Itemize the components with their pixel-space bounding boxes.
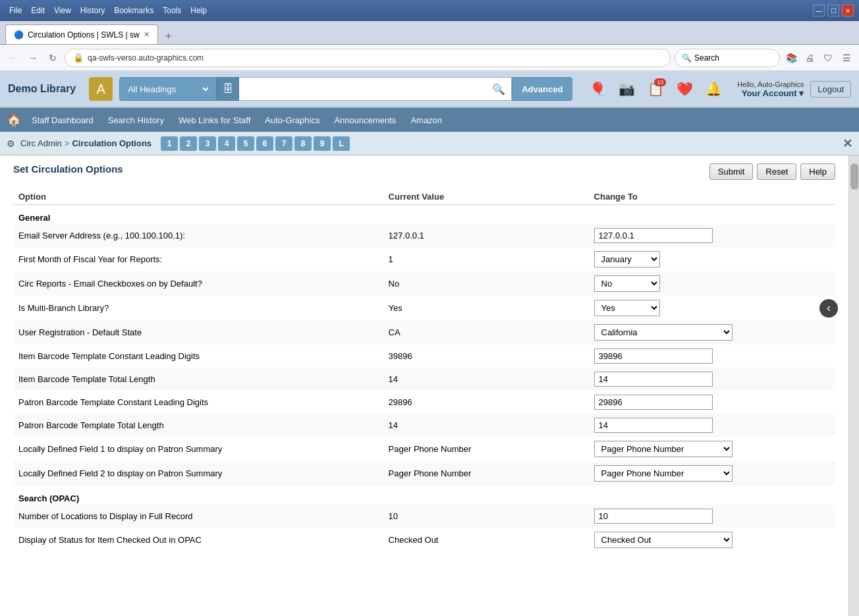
nav-item-amazon[interactable]: Amazon xyxy=(404,113,449,128)
page-tab-3[interactable]: 3 xyxy=(199,136,216,151)
current-value: 127.0.0.1 xyxy=(383,224,589,247)
table-row: Patron Barcode Template Constant Leading… xyxy=(13,391,835,414)
page-tab-9[interactable]: 9 xyxy=(314,136,331,151)
page-tab-5[interactable]: 5 xyxy=(237,136,254,151)
search-button[interactable]: 🔍 xyxy=(485,77,512,101)
change-select[interactable]: Pager Phone NumberField 1Field 2Field 3 xyxy=(594,441,733,457)
menu-item-bookmarks[interactable]: Bookmarks xyxy=(110,5,157,16)
change-input[interactable] xyxy=(594,349,713,364)
search-input[interactable] xyxy=(239,77,485,101)
menu-item-file[interactable]: File xyxy=(5,5,26,16)
logout-button[interactable]: Logout xyxy=(810,81,851,98)
menu-item-view[interactable]: View xyxy=(50,5,75,16)
change-to-cell: Checked OutOn LoanNot AvailableUnavailab… xyxy=(589,528,835,552)
change-input[interactable] xyxy=(594,418,713,433)
collapse-sidebar-btn[interactable]: ‹ xyxy=(819,299,838,318)
close-btn[interactable]: ✕ xyxy=(842,5,854,16)
help-button[interactable]: Help xyxy=(800,163,835,180)
page-tab-4[interactable]: 4 xyxy=(218,136,235,151)
address-icons: 📚 🖨 🛡 ☰ xyxy=(784,51,854,65)
nav-item-search-history[interactable]: Search History xyxy=(101,113,171,128)
account-area: Hello, Auto-Graphics Your Account ▾ xyxy=(737,80,804,98)
submit-button[interactable]: Submit xyxy=(709,163,753,180)
browser-menu[interactable]: FileEditViewHistoryBookmarksToolsHelp xyxy=(5,5,211,16)
menu-item-help[interactable]: Help xyxy=(186,5,211,16)
nav-item-web-links-for-staff[interactable]: Web Links for Staff xyxy=(172,113,257,128)
back-btn[interactable]: ← xyxy=(5,50,21,66)
home-icon[interactable]: 🏠 xyxy=(7,113,21,127)
your-account-link[interactable]: Your Account ▾ xyxy=(737,88,804,98)
nav-item-announcements[interactable]: Announcements xyxy=(327,113,402,128)
db-icon[interactable]: 🗄 xyxy=(217,77,239,101)
breadcrumb-bar: ⚙ Circ Admin > Circulation Options 12345… xyxy=(0,132,859,155)
page-tab-6[interactable]: 6 xyxy=(256,136,273,151)
browser-search-bar[interactable]: 🔍 Search xyxy=(675,49,780,67)
maximize-btn[interactable]: ☐ xyxy=(827,5,839,16)
change-select[interactable]: Pager Phone NumberField 1Field 2Field 3 xyxy=(594,465,733,482)
breadcrumb-icon: ⚙ xyxy=(7,138,15,149)
print-icon[interactable]: 🖨 xyxy=(802,51,817,65)
url-bar[interactable]: 🔒 qa-swls-verso.auto-graphics.com xyxy=(65,49,671,67)
menu-item-tools[interactable]: Tools xyxy=(159,5,185,16)
page-tab-L[interactable]: L xyxy=(333,136,350,151)
page-tab-2[interactable]: 2 xyxy=(180,136,197,151)
change-input[interactable] xyxy=(594,372,713,387)
options-table: Option Current Value Change To GeneralEm… xyxy=(13,189,835,552)
browser-tab[interactable]: 🔵 Circulation Options | SWLS | sw ✕ xyxy=(5,24,158,44)
option-label: Is Multi-Branch Library? xyxy=(13,296,383,320)
change-input[interactable] xyxy=(594,395,713,410)
change-to-cell: NoYes xyxy=(589,271,835,296)
table-row: Item Barcode Template Constant Leading D… xyxy=(13,345,835,368)
search-icon: 🔍 xyxy=(682,53,692,63)
ext-icon[interactable]: 🛡 xyxy=(821,51,835,65)
advanced-button[interactable]: Advanced xyxy=(512,77,572,101)
change-to-cell: JanuaryFebruaryMarchAprilMayJuneJulyAugu… xyxy=(589,247,835,271)
list-icon[interactable]: 📋 10 xyxy=(644,77,667,101)
nav-item-auto-graphics[interactable]: Auto-Graphics xyxy=(258,113,326,128)
change-to-cell: CaliforniaAlabamaAlaskaArizonaArkansasCo… xyxy=(589,320,835,345)
current-value: No xyxy=(383,271,589,296)
breadcrumb-parent[interactable]: Circ Admin xyxy=(20,138,62,148)
change-select[interactable]: Checked OutOn LoanNot AvailableUnavailab… xyxy=(594,532,733,548)
pocket-icon[interactable]: 📚 xyxy=(784,51,798,65)
menu-item-edit[interactable]: Edit xyxy=(27,5,49,16)
refresh-btn[interactable]: ↻ xyxy=(45,50,61,66)
browser-search-label: Search xyxy=(694,53,719,63)
table-header-row: Option Current Value Change To xyxy=(13,189,835,205)
balloon-icon[interactable]: 🎈 xyxy=(586,77,609,101)
change-select[interactable]: YesNo xyxy=(594,300,660,316)
lock-icon: 🔒 xyxy=(73,53,84,63)
current-value: 10 xyxy=(383,505,589,528)
scrollbar[interactable] xyxy=(848,155,859,616)
nav-item-staff-dashboard[interactable]: Staff Dashboard xyxy=(25,113,100,128)
current-value: 29896 xyxy=(383,391,589,414)
minimize-btn[interactable]: — xyxy=(813,5,825,16)
nav-bar: 🏠 Staff DashboardSearch HistoryWeb Links… xyxy=(0,108,859,132)
change-select[interactable]: NoYes xyxy=(594,275,660,292)
window-controls[interactable]: — ☐ ✕ xyxy=(813,5,854,16)
bell-icon[interactable]: 🔔 xyxy=(702,77,725,101)
new-tab-btn[interactable]: + xyxy=(161,28,177,44)
heading-select[interactable]: All HeadingsTitleAuthorSubjectKeyword xyxy=(125,84,211,95)
reset-button[interactable]: Reset xyxy=(757,163,796,180)
current-value: CA xyxy=(383,320,589,345)
forward-btn[interactable]: → xyxy=(25,50,41,66)
change-to-cell: Pager Phone NumberField 1Field 2Field 3 xyxy=(589,461,835,486)
change-input[interactable] xyxy=(594,228,713,243)
change-select[interactable]: JanuaryFebruaryMarchAprilMayJuneJulyAugu… xyxy=(594,251,660,267)
tab-close-icon[interactable]: ✕ xyxy=(144,30,150,39)
change-input[interactable] xyxy=(594,509,713,524)
heart-icon[interactable]: ❤️ xyxy=(673,77,696,101)
scroll-thumb[interactable] xyxy=(850,163,858,190)
page-tab-8[interactable]: 8 xyxy=(294,136,312,151)
page-tab-1[interactable]: 1 xyxy=(161,136,178,151)
menu-item-history[interactable]: History xyxy=(76,5,109,16)
change-select[interactable]: CaliforniaAlabamaAlaskaArizonaArkansasCo… xyxy=(594,324,733,341)
tab-favicon: 🔵 xyxy=(14,30,24,40)
table-row: Patron Barcode Template Total Length14 xyxy=(13,414,835,437)
tab-label: Circulation Options | SWLS | sw xyxy=(28,30,140,40)
camera-icon[interactable]: 📷 xyxy=(615,77,638,101)
panel-close-btn[interactable]: ✕ xyxy=(843,136,852,151)
page-tab-7[interactable]: 7 xyxy=(275,136,292,151)
menu-icon[interactable]: ☰ xyxy=(839,51,854,65)
